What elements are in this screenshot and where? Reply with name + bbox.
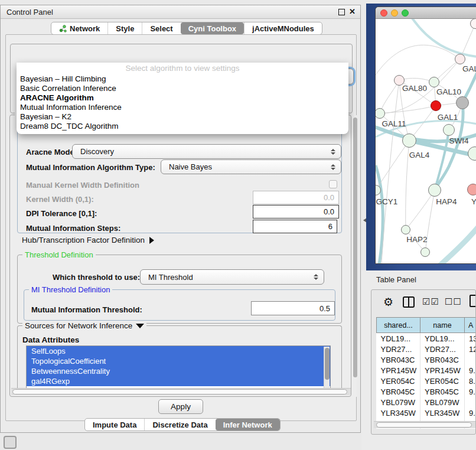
mi-type-label: Mutual Information Algorithm Type: <box>26 163 155 172</box>
mi-threshold-group: MI Threshold Definition Mutual Informati… <box>24 289 335 321</box>
window-minimize-button[interactable] <box>391 9 398 17</box>
settings-hscrollbar[interactable] <box>11 388 351 395</box>
aracne-mode-label: Aracne Mode: <box>26 148 77 156</box>
columns-icon[interactable] <box>403 296 415 308</box>
combo-stepper-icon <box>314 274 318 280</box>
aracne-mode-combo[interactable]: Discovery <box>72 144 341 159</box>
table-row[interactable]: YLR345WYLR345W9. <box>377 407 476 418</box>
dropdown-item[interactable]: Mutual Information Inference <box>17 103 348 112</box>
tab-discretize-data[interactable]: Discretize Data <box>144 419 215 431</box>
table-row[interactable]: YBR045CYBR045C9. <box>377 386 476 397</box>
float-icon[interactable] <box>338 9 345 15</box>
node-label: SWI4 <box>449 136 468 145</box>
node-label: GAL <box>462 64 476 73</box>
tab-jactivemnodules[interactable]: jActiveMNodules <box>244 22 322 34</box>
sources-group-title[interactable]: Sources for Network Inference <box>22 321 146 330</box>
mi-steps-label: Mutual Information Steps: <box>26 224 120 233</box>
attribute-item[interactable]: BetweennessCentrality <box>27 366 330 376</box>
node-label: HAP4 <box>436 197 457 206</box>
which-threshold-combo[interactable]: MI Threshold <box>140 269 324 285</box>
table-row[interactable]: YBR043CYBR043C <box>377 354 476 365</box>
kernel-width-field[interactable]: 0.0 <box>253 191 339 204</box>
table-hscrollbar-thumb[interactable] <box>376 422 472 428</box>
kernel-width-label: Kernel Width (0,1): <box>26 195 94 204</box>
table-row[interactable]: YDR27...YDR27...12 <box>377 344 476 354</box>
node-gal1[interactable] <box>431 100 441 111</box>
tab-style[interactable]: Style <box>107 22 142 34</box>
table-panel-area: Table Panel ⚙ ☑☑ ☐☐ shared... name A YDL… <box>361 270 476 450</box>
mi-type-combo[interactable]: Naive Bayes <box>161 159 341 174</box>
tab-cyni-toolbox[interactable]: Cyni Toolbox <box>181 22 244 34</box>
table-row[interactable]: YBL079WYBL079W <box>377 397 476 407</box>
deselect-all-checkboxes-icon[interactable]: ☐☐ <box>445 296 462 307</box>
mi-steps-field[interactable]: 6 <box>253 220 337 233</box>
table-row[interactable]: YPR145WYPR145W9. <box>377 365 476 376</box>
docked-panel-icon[interactable] <box>4 436 17 449</box>
threshold-definition-title: Threshold Definition <box>22 250 96 259</box>
mi-threshold-field[interactable]: 0.5 <box>251 301 335 315</box>
attributes-scrollbar[interactable] <box>324 347 330 389</box>
attributes-scrollbar-thumb[interactable] <box>325 348 330 380</box>
network-canvas[interactable]: GAL GAL80 GAL10 GAL1 GAL11 SWI4 GAL4 GCY… <box>376 19 476 263</box>
node-y-partial[interactable] <box>467 184 476 195</box>
control-panel-tabbar: Network Style Select Cyni Toolbox jActiv… <box>51 22 322 35</box>
table-row[interactable]: YDL19...YDL19...13 <box>377 333 476 344</box>
sources-group: Sources for Network Inference Data Attri… <box>17 325 342 394</box>
settings-hscrollbar-thumb[interactable] <box>12 389 347 394</box>
cyni-algorithm-settings-group: Cyni Algorithm Settings Algorithm Defini… <box>9 115 351 397</box>
node-label: GAL11 <box>382 119 406 128</box>
dropdown-item[interactable]: Bayesian – K2 <box>17 112 348 122</box>
table-row[interactable]: YER054CYER054C8. <box>377 376 476 386</box>
node-unlabeled[interactable] <box>456 96 469 109</box>
hub-section-toggle[interactable]: Hub/Transcription Factor Definition <box>22 236 154 244</box>
window-close-button[interactable] <box>380 9 387 17</box>
tab-impute-data[interactable]: Impute Data <box>85 419 144 431</box>
node-label: HAP2 <box>406 235 427 244</box>
column-header[interactable]: shared... <box>377 318 420 333</box>
node-swi4[interactable] <box>443 124 455 136</box>
manual-kernel-checkbox[interactable] <box>329 180 337 188</box>
window-zoom-button[interactable] <box>402 9 409 17</box>
dropdown-item[interactable]: Basic Correlation Inference <box>17 84 348 93</box>
which-threshold-label: Which threshold to use: <box>53 273 140 282</box>
node-gal4[interactable] <box>402 133 416 148</box>
mi-threshold-label: Mutual Information Threshold: <box>31 305 142 314</box>
node-gal10[interactable] <box>429 77 439 87</box>
algorithm-dropdown-popup: Select algorithm to view settings Bayesi… <box>17 63 348 134</box>
screen: Control Panel ✕ Network Style Select Cyn… <box>0 0 476 450</box>
table-hscrollbar[interactable] <box>374 421 476 428</box>
attribute-item[interactable]: gal4RGexp <box>27 376 330 386</box>
column-header[interactable]: A <box>465 318 476 333</box>
dpi-tolerance-field[interactable]: 0.0 <box>253 205 339 219</box>
tab-select[interactable]: Select <box>142 22 180 34</box>
manual-kernel-label: Manual Kernel Width Definition <box>26 181 139 190</box>
settings-vscrollbar-thumb[interactable] <box>353 118 357 377</box>
attribute-item[interactable]: TopologicalCoefficient <box>27 356 330 366</box>
gear-icon[interactable]: ⚙ <box>383 295 393 309</box>
attribute-item[interactable]: SelfLoops <box>27 346 330 356</box>
network-graph-icon <box>59 25 67 32</box>
expand-down-icon <box>136 324 144 328</box>
apply-button[interactable]: Apply <box>158 399 203 414</box>
tab-network-label: Network <box>70 24 100 33</box>
dropdown-item[interactable]: Bayesian – Hill Climbing <box>17 74 348 84</box>
table-panel-window: ⚙ ☑☑ ☐☐ shared... name A YDL19...YDL19..… <box>371 289 476 435</box>
dropdown-item-selected[interactable]: ARACNE Algorithm <box>17 93 348 103</box>
tab-infer-network[interactable]: Infer Network <box>216 419 280 431</box>
dpi-tolerance-label: DPI Tolerance [0,1]: <box>26 209 97 218</box>
control-panel-titlebar: Control Panel ✕ <box>1 5 360 19</box>
document-icon[interactable] <box>470 295 476 307</box>
collapse-right-icon <box>149 237 154 244</box>
node-gal-partial[interactable] <box>455 54 465 64</box>
node-label: GAL80 <box>402 84 427 93</box>
dropdown-item[interactable]: Dream8 DC_TDC Algorithm <box>17 122 348 131</box>
node-label: GAL1 <box>438 113 458 122</box>
node-label: GAL10 <box>436 87 461 96</box>
select-all-checkboxes-icon[interactable]: ☑☑ <box>422 296 439 307</box>
column-header[interactable]: name <box>420 318 465 333</box>
close-icon[interactable]: ✕ <box>349 7 356 16</box>
node-unlabeled[interactable] <box>420 247 430 257</box>
node-hap4[interactable] <box>428 184 441 197</box>
node-hap2[interactable] <box>401 225 410 234</box>
tab-network[interactable]: Network <box>51 22 107 34</box>
